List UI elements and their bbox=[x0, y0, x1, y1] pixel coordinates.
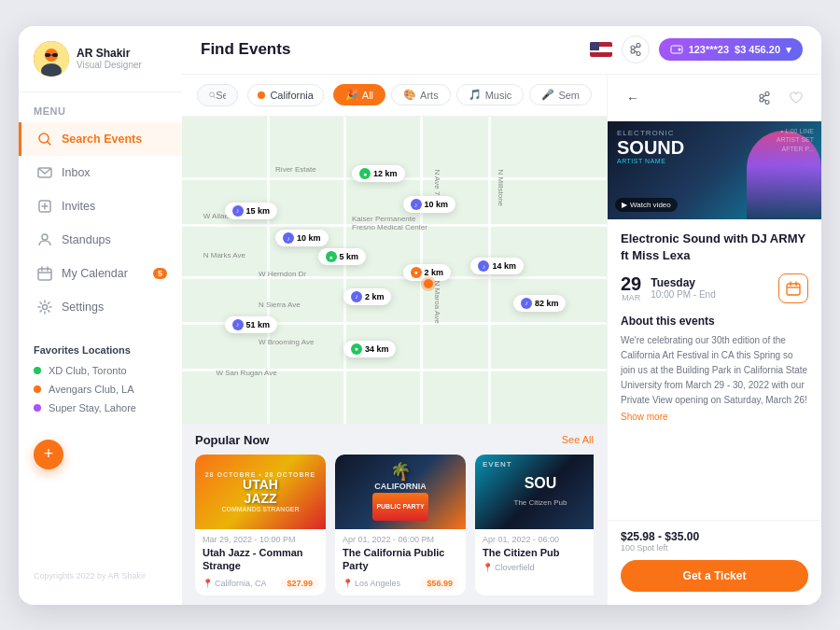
location-label: California bbox=[270, 90, 313, 101]
favorites-section: Favorites Locations XD Club, Toronto Ave… bbox=[19, 331, 182, 428]
fav-item-toronto[interactable]: XD Club, Toronto bbox=[34, 365, 167, 376]
event-card-california-party[interactable]: 🌴 CALIFORNIA PUBLIC PARTY Apr 01, 2022 -… bbox=[335, 455, 466, 595]
event-name: The Citizen Pub bbox=[483, 546, 594, 559]
map-pin[interactable]: ● 12 km bbox=[352, 165, 405, 182]
filter-sem-icon: 🎤 bbox=[541, 89, 554, 101]
back-button[interactable]: ← bbox=[621, 86, 645, 110]
svg-line-7 bbox=[48, 141, 51, 145]
date-month: Mar bbox=[622, 293, 640, 302]
map-pin[interactable]: ♪ 10 km bbox=[403, 196, 456, 213]
nav-label: Settings bbox=[62, 301, 104, 314]
location-dot bbox=[258, 91, 265, 99]
search-bar: California 🎉 All 🎨 Arts 🎵 bbox=[182, 75, 607, 117]
banner-title: SOUND bbox=[617, 137, 684, 158]
wallet-chevron-icon: ▾ bbox=[786, 44, 791, 56]
nav-label: Invites bbox=[62, 200, 95, 213]
sidebar-item-settings[interactable]: Settings bbox=[19, 290, 182, 324]
location-badge[interactable]: California bbox=[247, 84, 323, 106]
map-pin[interactable]: ♪ 2 km bbox=[343, 288, 392, 305]
fav-dot bbox=[34, 367, 41, 374]
favorite-button[interactable] bbox=[784, 86, 808, 110]
filter-arts-icon: 🎨 bbox=[403, 89, 416, 101]
event-footer: 📍 Los Angeles $56.99 bbox=[343, 577, 458, 590]
profile-section: AR Shakir Visual Designer bbox=[19, 41, 182, 92]
sidebar-item-calendar[interactable]: My Calendar 5 bbox=[19, 257, 182, 290]
svg-rect-3 bbox=[45, 53, 50, 57]
get-ticket-button[interactable]: Get a Ticket bbox=[621, 560, 808, 592]
map-pin[interactable]: ● 2 km bbox=[403, 264, 452, 281]
event-card-image: 🌴 CALIFORNIA PUBLIC PARTY bbox=[335, 455, 466, 529]
search-icon bbox=[209, 90, 216, 101]
map-pin[interactable]: ● 5 km bbox=[318, 248, 367, 265]
language-flag[interactable] bbox=[590, 42, 612, 57]
event-date: Apr 01, 2022 - 06:00 bbox=[483, 535, 594, 544]
popular-now-title: Popular Now bbox=[195, 433, 269, 447]
event-card-body: Apr 01, 2022 - 06:00 The Citizen Pub 📍 C… bbox=[475, 529, 594, 578]
about-label: About this events bbox=[621, 315, 808, 328]
event-location: 📍 Cloverfield bbox=[483, 563, 535, 572]
show-more-button[interactable]: Show more bbox=[621, 412, 808, 422]
see-all-button[interactable]: See All bbox=[562, 434, 594, 445]
user-name: AR Shakir bbox=[77, 47, 142, 60]
event-card-body: Mar 29, 2022 - 10:00 PM Utah Jazz - Comm… bbox=[195, 529, 326, 595]
event-price: $27.99 bbox=[281, 577, 318, 590]
body-split: California 🎉 All 🎨 Arts 🎵 bbox=[182, 75, 821, 605]
event-location: 📍 California, CA bbox=[203, 579, 267, 588]
banner-subtitle: ARTIST NAME bbox=[617, 158, 684, 164]
favorites-label: Favorites Locations bbox=[34, 344, 167, 356]
wallet-button[interactable]: 123***23 $3 456.20 ▾ bbox=[659, 38, 803, 61]
add-location-button[interactable]: + bbox=[34, 440, 63, 469]
event-date: Apr 01, 2022 - 06:00 PM bbox=[343, 535, 458, 544]
event-card-utah-jazz[interactable]: 28 OCTOBRE • 28 OCTOBRE UTAHJAZZ COMMAND… bbox=[195, 455, 326, 595]
map-pin[interactable]: ♪ 15 km bbox=[225, 203, 278, 219]
events-section: Popular Now See All 28 OCTOBRE • 28 OCTO… bbox=[182, 424, 607, 605]
sidebar-footer: Copyrights 2022 by AR Shakir bbox=[19, 562, 182, 590]
svg-point-15 bbox=[43, 304, 48, 309]
event-card-citizen-pub[interactable]: EVENT SOUThe Citizen Pub Apr 01, 2022 - … bbox=[475, 455, 594, 595]
svg-point-19 bbox=[678, 49, 680, 51]
about-text: We're celebrating our 30th edition of th… bbox=[621, 333, 808, 408]
add-to-calendar-button[interactable] bbox=[778, 273, 808, 303]
panel-body: Electronic Sound with DJ ARMY ft Miss Le… bbox=[608, 219, 821, 444]
sidebar: AR Shakir Visual Designer Menu Search Ev… bbox=[19, 26, 182, 605]
event-card-image: EVENT SOUThe Citizen Pub bbox=[475, 455, 594, 529]
sidebar-item-standups[interactable]: Standups bbox=[19, 223, 182, 257]
map-events-col: California 🎉 All 🎨 Arts 🎵 bbox=[182, 75, 607, 605]
share-panel-button[interactable] bbox=[752, 86, 777, 110]
map-pin[interactable]: ♪ 51 km bbox=[225, 316, 278, 333]
menu-label: Menu bbox=[19, 92, 182, 122]
filter-arts[interactable]: 🎨 Arts bbox=[391, 84, 451, 105]
map-pin[interactable]: ● 34 km bbox=[343, 341, 397, 357]
events-grid: 28 OCTOBRE • 28 OCTOBRE UTAHJAZZ COMMAND… bbox=[195, 455, 594, 595]
fav-item-lahore[interactable]: Super Stay, Lahore bbox=[34, 402, 167, 413]
svg-rect-4 bbox=[52, 53, 58, 57]
nav-label: My Calendar bbox=[62, 267, 128, 280]
search-input-wrap[interactable] bbox=[197, 84, 238, 106]
filter-music[interactable]: 🎵 Music bbox=[456, 84, 525, 105]
event-footer: 📍 Cloverfield bbox=[483, 563, 594, 572]
sidebar-item-inbox[interactable]: Inbox bbox=[19, 156, 182, 189]
filter-tabs: 🎉 All 🎨 Arts 🎵 Music 🎤 bbox=[333, 84, 592, 105]
filter-sem[interactable]: 🎤 Sem bbox=[529, 84, 592, 105]
filter-all[interactable]: 🎉 All bbox=[333, 84, 385, 105]
watch-video-badge[interactable]: ▶ Watch video bbox=[615, 198, 678, 212]
share-button[interactable] bbox=[622, 35, 650, 63]
event-name: Utah Jazz - Comman Strange bbox=[203, 546, 318, 573]
panel-footer: $25.98 - $35.00 100 Spot left Get a Tick… bbox=[608, 520, 821, 605]
right-panel: ← bbox=[607, 75, 821, 605]
map-pin[interactable]: ♪ 82 km bbox=[513, 295, 567, 312]
user-role: Visual Designer bbox=[77, 60, 142, 70]
location-pin-icon: 📍 bbox=[343, 579, 353, 588]
event-name: The California Public Party bbox=[343, 546, 458, 573]
location-pin-icon: 📍 bbox=[483, 563, 493, 572]
map-pin[interactable]: ♪ 10 km bbox=[275, 230, 329, 246]
sidebar-item-search-events[interactable]: Search Events bbox=[19, 122, 182, 156]
fav-item-la[interactable]: Avengars Club, LA bbox=[34, 384, 167, 395]
search-input[interactable] bbox=[216, 90, 226, 101]
sidebar-item-invites[interactable]: Invites bbox=[19, 189, 182, 223]
svg-point-10 bbox=[42, 234, 48, 240]
map-pin[interactable]: ♪ 14 km bbox=[470, 258, 524, 274]
header-actions: 123***23 $3 456.20 ▾ bbox=[590, 35, 803, 63]
standups-icon bbox=[36, 231, 53, 248]
date-day: Tuesday bbox=[651, 276, 769, 289]
